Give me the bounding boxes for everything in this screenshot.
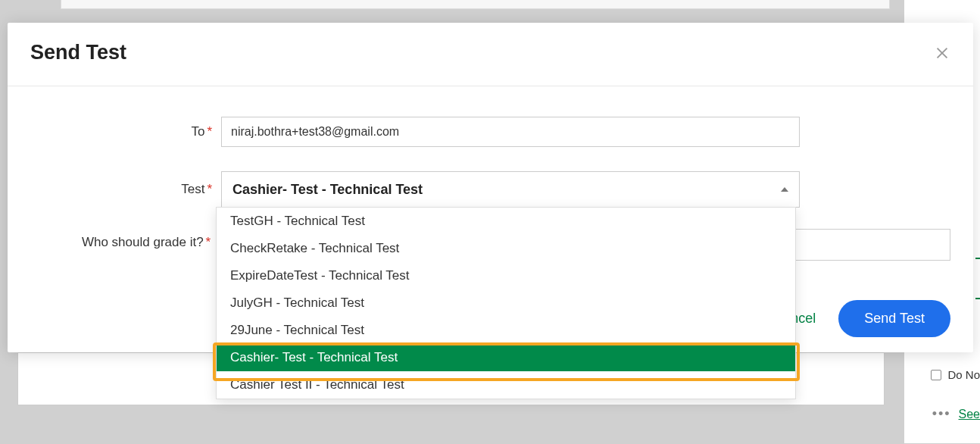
grader-label: Who should grade it?* <box>30 229 220 250</box>
test-select-wrap: Cashier- Test - Technical Test <box>221 171 800 208</box>
test-label: Test* <box>30 182 221 197</box>
close-icon[interactable] <box>934 45 950 61</box>
modal-header: Send Test <box>8 23 973 86</box>
modal-footer: Cancel Send Test <box>773 300 950 337</box>
test-dropdown-list: TestGH - Technical Test CheckRetake - Te… <box>216 207 796 399</box>
test-row: Test* Cashier- Test - Technical Test <box>30 171 950 208</box>
test-select[interactable]: Cashier- Test - Technical Test <box>221 171 800 208</box>
test-option[interactable]: CheckRetake - Technical Test <box>217 235 795 262</box>
to-label: To* <box>30 124 221 139</box>
test-option[interactable]: JulyGH - Technical Test <box>217 289 795 317</box>
to-row: To* <box>30 117 950 147</box>
modal-title: Send Test <box>30 41 126 64</box>
send-test-button[interactable]: Send Test <box>838 300 950 337</box>
test-option[interactable]: Cashier Test II - Technical Test <box>217 371 795 399</box>
test-option[interactable]: ExpireDateTest - Technical Test <box>217 262 795 289</box>
to-input[interactable] <box>221 117 800 147</box>
do-not-checkbox[interactable] <box>931 370 941 380</box>
bg-see-row: ••• See <box>932 406 980 422</box>
test-option-selected[interactable]: Cashier- Test - Technical Test <box>217 344 795 371</box>
bg-divider-2 <box>975 298 980 299</box>
chevron-up-icon <box>781 187 788 192</box>
bg-do-not-row: Do No <box>931 368 980 381</box>
test-option[interactable]: 29June - Technical Test <box>217 317 795 344</box>
bg-divider-1 <box>975 258 980 259</box>
test-select-value: Cashier- Test - Technical Test <box>233 182 423 198</box>
bg-content-strip <box>61 0 890 9</box>
ellipsis-icon[interactable]: ••• <box>932 406 951 422</box>
do-not-label: Do No <box>947 368 980 381</box>
test-option[interactable]: TestGH - Technical Test <box>217 208 795 235</box>
see-link[interactable]: See <box>959 408 980 421</box>
